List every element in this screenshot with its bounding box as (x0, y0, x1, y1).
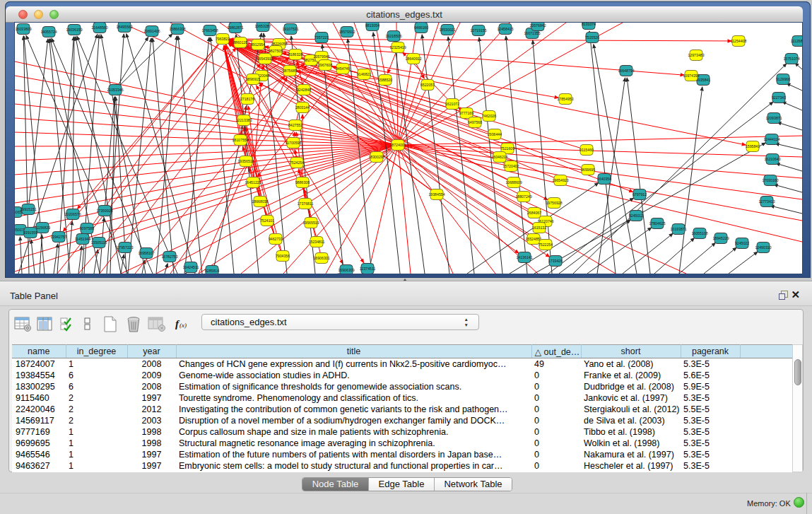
svg-text:18495563: 18495563 (116, 25, 132, 29)
column-header-title[interactable]: title (176, 345, 531, 358)
svg-text:16055108: 16055108 (691, 231, 707, 235)
tab-network-table[interactable]: Network Table (434, 478, 512, 491)
table-row[interactable]: 1938455462009Genome-wide association stu… (12, 370, 792, 381)
column-header-in_degree[interactable]: in_degree (66, 345, 127, 358)
svg-text:9935841: 9935841 (696, 78, 710, 82)
table-tabs: Node TableEdge TableNetwork Table (302, 477, 512, 491)
svg-text:12444124: 12444124 (763, 137, 779, 141)
column-header-name[interactable]: name (12, 345, 66, 358)
svg-text:10974393: 10974393 (683, 74, 699, 78)
svg-text:20691406: 20691406 (143, 29, 160, 33)
svg-text:2967608: 2967608 (318, 63, 332, 67)
svg-text:16782753: 16782753 (161, 255, 177, 259)
svg-text:9146821: 9146821 (357, 72, 371, 76)
svg-text:12093871: 12093871 (765, 116, 782, 120)
network-canvas[interactable]: 1603380914055724190361592164856018495563… (15, 23, 802, 274)
svg-text:9242848: 9242848 (297, 88, 311, 92)
svg-text:9285814: 9285814 (205, 269, 219, 273)
svg-text:9777169: 9777169 (459, 111, 473, 115)
svg-text:7522254: 7522254 (539, 243, 553, 247)
svg-text:16046216: 16046216 (491, 155, 507, 159)
table-row[interactable]: 946362711997Embryonic stem cells: a mode… (12, 460, 792, 472)
svg-text:8813054: 8813054 (365, 23, 379, 28)
table-row[interactable]: 1456911722003Disruption of a novel membe… (12, 415, 792, 426)
function-builder-icon[interactable]: f(x) (174, 316, 192, 335)
svg-text:13942757: 13942757 (50, 235, 66, 239)
svg-text:1640354: 1640354 (597, 177, 611, 181)
table-row[interactable]: 2242004622012Investigating the contribut… (12, 404, 792, 415)
svg-text:17854953: 17854953 (557, 97, 573, 101)
table-mode-icon[interactable] (14, 316, 32, 335)
svg-text:10688609: 10688609 (505, 180, 522, 185)
table-row[interactable]: 911546021997Tourette syndrome. Phenomeno… (12, 392, 792, 404)
svg-text:19915151: 19915151 (20, 207, 36, 211)
svg-text:8454749: 8454749 (336, 66, 350, 71)
tab-edge-table[interactable]: Edge Table (368, 478, 434, 491)
svg-text:17359928: 17359928 (96, 209, 112, 213)
svg-text:9097588: 9097588 (80, 226, 94, 230)
svg-text:16033809: 16033809 (15, 27, 31, 31)
svg-text:18668038: 18668038 (252, 199, 268, 204)
svg-text:2936444: 2936444 (488, 132, 502, 136)
svg-text:2803144: 2803144 (295, 105, 310, 110)
svg-text:16543912: 16543912 (257, 57, 273, 61)
svg-text:16906301: 16906301 (313, 256, 329, 260)
delete-table-icon[interactable] (125, 316, 142, 336)
svg-text:15720407: 15720407 (502, 164, 519, 168)
svg-text:19565519: 19565519 (302, 221, 319, 225)
svg-text:16958107: 16958107 (138, 251, 154, 255)
svg-text:9827505: 9827505 (269, 49, 283, 53)
svg-text:12490310: 12490310 (755, 245, 771, 250)
column-header-out_de[interactable]: △ out_de… (531, 345, 581, 358)
table-row[interactable]: 977716911998Corpus callosum shape and si… (12, 426, 792, 438)
svg-text:21053346: 21053346 (107, 88, 123, 92)
delete-column-disabled-icon[interactable] (148, 316, 166, 335)
svg-text:7515526: 7515526 (585, 35, 599, 40)
svg-text:7357223: 7357223 (314, 35, 329, 40)
table-panel-title: Table Panel (10, 291, 58, 301)
column-header-short[interactable]: short (581, 345, 681, 358)
svg-text:11254408: 11254408 (731, 39, 747, 43)
tab-node-table[interactable]: Node Table (302, 478, 368, 491)
svg-text:18640912: 18640912 (405, 57, 421, 61)
svg-text:12458415: 12458415 (497, 27, 513, 31)
svg-text:9896915: 9896915 (246, 77, 260, 81)
import-columns-icon[interactable] (60, 316, 74, 335)
table-row[interactable]: 1872400712008Changes of HCN gene express… (12, 358, 792, 370)
close-panel-icon[interactable]: ✕ (791, 288, 800, 301)
column-header-year[interactable]: year (127, 345, 176, 358)
column-header-pagerank[interactable]: pagerank (681, 345, 740, 358)
svg-text:17030160: 17030160 (762, 178, 778, 182)
svg-text:9391559: 9391559 (23, 230, 37, 235)
svg-text:2718176: 2718176 (240, 97, 254, 101)
table-row[interactable]: 1830029562008Estimation of significance … (12, 381, 792, 392)
svg-text:12325419: 12325419 (389, 45, 406, 49)
new-table-icon[interactable] (102, 316, 119, 336)
svg-text:14055724: 14055724 (40, 30, 57, 34)
scrollbar-thumb[interactable] (794, 359, 801, 385)
svg-text:10193871: 10193871 (670, 227, 686, 231)
vertical-scrollbar[interactable] (792, 344, 803, 472)
svg-text:1595841: 1595841 (746, 144, 760, 148)
window-titlebar[interactable]: citations_edges.txt (6, 6, 803, 23)
svg-text:11451944: 11451944 (75, 237, 91, 241)
svg-text:15751074: 15751074 (783, 57, 799, 61)
table-header-row[interactable]: namein_degreeyeartitle△ out_de…shortpage… (12, 345, 792, 358)
svg-text:15866308: 15866308 (169, 27, 185, 31)
column-icon[interactable] (83, 316, 92, 335)
memory-ok-indicator[interactable] (794, 497, 804, 508)
table-row[interactable]: 969969511998Structural magnetic resonanc… (12, 438, 792, 449)
table-row[interactable]: 946554611997Estimation of the future num… (12, 449, 792, 460)
svg-text:18530021: 18530021 (439, 28, 455, 32)
svg-text:7963822: 7963822 (216, 37, 230, 41)
svg-text:16210643: 16210643 (764, 157, 780, 161)
svg-text:17957223: 17957223 (117, 245, 133, 250)
table-selector-dropdown[interactable]: citations_edges.txt ▲▼ (201, 314, 479, 330)
float-panel-icon[interactable] (779, 291, 788, 300)
svg-text:6522057: 6522057 (420, 83, 435, 87)
network-window: citations_edges.txt 16033809140557241903… (5, 1, 811, 278)
svg-text:19756928: 19756928 (546, 201, 562, 205)
show-columns-icon[interactable] (37, 316, 53, 335)
svg-text:9886308: 9886308 (295, 180, 310, 185)
svg-text:6497568: 6497568 (468, 120, 482, 124)
